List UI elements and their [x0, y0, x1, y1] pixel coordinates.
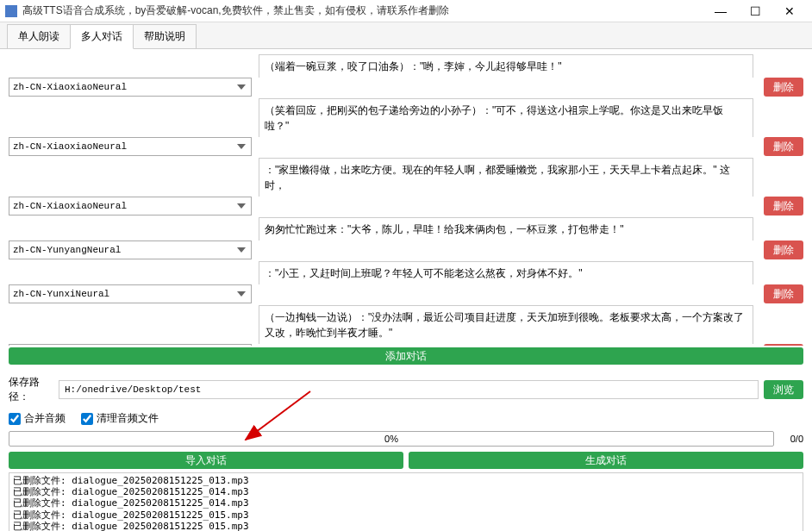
dialog-item: ："家里懒得做，出来吃方便。现在的年轻人啊，都爱睡懒觉，我家那小王，天天早上卡着… [9, 158, 803, 216]
voice-select[interactable]: zh-CN-XiaoxiaoNeural [9, 137, 252, 156]
dialog-text[interactable]: （一边掏钱一边说）："没办法啊，最近公司项目赶进度，天天加班到很晚。老板要求太高… [259, 305, 753, 344]
delete-button[interactable]: 删除 [764, 197, 803, 216]
progress-counter: 0/0 [779, 434, 803, 444]
progress-bar: 0% [9, 431, 774, 447]
delete-button[interactable]: 删除 [764, 78, 803, 97]
dialog-text[interactable]: （笑着回应，把刚买的包子递给旁边的小孙子）："可不，得送这小祖宗上学呢。你这是又… [259, 98, 753, 137]
dialog-item: （笑着回应，把刚买的包子递给旁边的小孙子）："可不，得送这小祖宗上学呢。你这是又… [9, 98, 803, 156]
dialog-item: ："小王，又赶时间上班呢？年轻人可不能老这么熬夜，对身体不好。"zh-CN-Yu… [9, 261, 803, 303]
dialog-select-row: zh-CN-XiaoxiaoNeural删除 [9, 137, 803, 156]
progress-row: 0% 0/0 [9, 431, 803, 447]
merge-audio-label: 合并音频 [24, 411, 66, 426]
log-output[interactable]: 已删除文件: dialogue_20250208151225_013.mp3 已… [9, 472, 803, 531]
tab-bar: 单人朗读 多人对话 帮助说明 [0, 22, 812, 49]
voice-select[interactable]: zh-CN-YunxiNeural [9, 284, 252, 303]
dialog-select-row: zh-CN-XiaoxiaoNeural删除 [9, 78, 803, 97]
voice-select[interactable]: zh-CN-YunyangNeural [9, 344, 252, 346]
tab-single[interactable]: 单人朗读 [7, 24, 71, 48]
import-dialog-button[interactable]: 导入对话 [9, 452, 403, 469]
dialog-select-row: zh-CN-YunyangNeural删除 [9, 344, 803, 346]
clean-audio-label: 清理音频文件 [97, 411, 159, 426]
dialog-select-row: zh-CN-YunyangNeural删除 [9, 241, 803, 259]
dialog-text[interactable]: （端着一碗豆浆，咬了口油条）："哟，李婶，今儿起得够早哇！" [259, 54, 753, 78]
delete-button[interactable]: 删除 [764, 137, 803, 156]
browse-button[interactable]: 浏览 [764, 380, 803, 399]
maximize-button[interactable]: ☐ [738, 1, 772, 22]
voice-select[interactable]: zh-CN-XiaoxiaoNeural [9, 78, 252, 97]
merge-audio-check[interactable]: 合并音频 [9, 411, 66, 426]
delete-button[interactable]: 删除 [764, 241, 803, 259]
dialog-select-row: zh-CN-XiaoxiaoNeural删除 [9, 197, 803, 216]
content-area: （端着一碗豆浆，咬了口油条）："哟，李婶，今儿起得够早哇！"zh-CN-Xiao… [0, 49, 812, 531]
dialog-item: （端着一碗豆浆，咬了口油条）："哟，李婶，今儿起得够早哇！"zh-CN-Xiao… [9, 54, 803, 97]
generate-dialog-button[interactable]: 生成对话 [409, 452, 803, 469]
delete-button[interactable]: 删除 [764, 284, 803, 303]
progress-percent: 0% [384, 434, 398, 444]
dialog-list: （端着一碗豆浆，咬了口油条）："哟，李婶，今儿起得够早哇！"zh-CN-Xiao… [9, 54, 803, 346]
merge-audio-checkbox[interactable] [9, 413, 21, 425]
tab-multi[interactable]: 多人对话 [70, 24, 134, 49]
dialog-item: 匆匆忙忙跑过来："大爷，陈儿，早哇！给我来俩肉包，一杯豆浆，打包带走！"zh-C… [9, 217, 803, 259]
dialog-text[interactable]: 匆匆忙忙跑过来："大爷，陈儿，早哇！给我来俩肉包，一杯豆浆，打包带走！" [259, 217, 753, 241]
action-row: 导入对话 生成对话 [9, 452, 803, 469]
save-path-label: 保存路径： [9, 375, 53, 404]
save-path-input[interactable] [59, 380, 759, 399]
clean-audio-checkbox[interactable] [81, 413, 93, 425]
minimize-button[interactable]: — [703, 1, 738, 22]
options-row: 合并音频 清理音频文件 [9, 411, 803, 426]
dialog-item: （一边掏钱一边说）："没办法啊，最近公司项目赶进度，天天加班到很晚。老板要求太高… [9, 305, 803, 346]
save-path-row: 保存路径： 浏览 [9, 375, 803, 404]
titlebar: 高级TTS语音合成系统，by吾爱破解-vocan,免费软件，禁止售卖，如有侵权，… [0, 0, 812, 22]
app-icon [5, 5, 17, 17]
tab-help[interactable]: 帮助说明 [133, 24, 197, 48]
dialog-text[interactable]: ："家里懒得做，出来吃方便。现在的年轻人啊，都爱睡懒觉，我家那小王，天天早上卡着… [259, 158, 753, 197]
delete-button[interactable]: 删除 [764, 344, 803, 346]
window-controls: — ☐ ✕ [703, 1, 807, 22]
close-button[interactable]: ✕ [772, 1, 807, 22]
window-title: 高级TTS语音合成系统，by吾爱破解-vocan,免费软件，禁止售卖，如有侵权，… [22, 3, 703, 18]
dialog-select-row: zh-CN-YunxiNeural删除 [9, 284, 803, 303]
clean-audio-check[interactable]: 清理音频文件 [81, 411, 159, 426]
dialog-text[interactable]: ："小王，又赶时间上班呢？年轻人可不能老这么熬夜，对身体不好。" [259, 261, 753, 284]
voice-select[interactable]: zh-CN-XiaoxiaoNeural [9, 197, 252, 216]
add-dialog-button[interactable]: 添加对话 [9, 347, 803, 365]
voice-select[interactable]: zh-CN-YunyangNeural [9, 241, 252, 259]
